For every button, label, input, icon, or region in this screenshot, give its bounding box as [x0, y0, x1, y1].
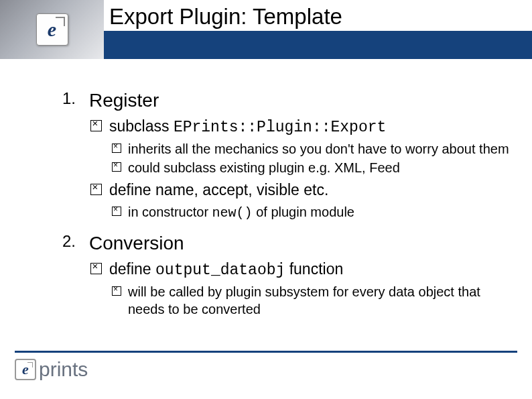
register-define-item: define name, accept, visible etc. in con… — [89, 180, 512, 221]
footer-logo-text: prints — [39, 358, 88, 381]
conversion-sublist: define output_dataobj function will be c… — [89, 260, 512, 318]
conv-define-before: define — [109, 260, 155, 278]
conv-called-item: will be called by plugin subsystem for e… — [109, 283, 512, 318]
constructor-code: new() — [212, 205, 253, 221]
constructor-after: of plugin module — [253, 205, 354, 219]
slide-footer: eprints — [0, 351, 532, 387]
constructor-item: in constructor new() of plugin module — [109, 203, 512, 222]
slide-header: e Export Plugin: Template — [0, 0, 532, 59]
constructor-before: in constructor — [128, 205, 212, 219]
define-text: define name, accept, visible etc. — [109, 181, 328, 198]
step-register: Register subclass EPrints::Plugin::Expor… — [37, 89, 512, 222]
step-register-label: Register — [89, 90, 159, 111]
step-conversion: Conversion define output_dataobj functio… — [37, 231, 512, 318]
register-subclass-item: subclass EPrints::Plugin::Export inherit… — [89, 117, 512, 176]
could-subclass-item: could subclass existing plugin e.g. XML,… — [109, 159, 512, 176]
footer-logo: eprints — [15, 358, 517, 381]
inherits-item: inherits all the mechanics so you don't … — [109, 140, 512, 158]
register-sublist: subclass EPrints::Plugin::Export inherit… — [89, 117, 512, 222]
conv-define-after: function — [285, 260, 343, 278]
subclass-code: EPrints::Plugin::Export — [174, 119, 386, 136]
title-wrap: Export Plugin: Template — [109, 4, 456, 30]
conversion-define-item: define output_dataobj function will be c… — [89, 260, 512, 318]
conv-detail-list: will be called by plugin subsystem for e… — [109, 283, 512, 318]
subclass-detail-list: inherits all the mechanics so you don't … — [109, 140, 512, 176]
step-conversion-label: Conversion — [89, 233, 184, 253]
subclass-text: subclass — [109, 117, 174, 135]
main-list: Register subclass EPrints::Plugin::Expor… — [37, 89, 512, 318]
eprints-icon: e — [36, 13, 68, 46]
header-logo-area: e — [0, 0, 104, 59]
slide-title: Export Plugin: Template — [109, 4, 342, 29]
define-detail-list: in constructor new() of plugin module — [109, 203, 512, 222]
conv-define-code: output_dataobj — [155, 262, 285, 279]
footer-divider — [15, 351, 517, 353]
header-band — [104, 31, 532, 59]
eprints-e-icon: e — [15, 359, 36, 380]
slide-content: Register subclass EPrints::Plugin::Expor… — [0, 72, 532, 318]
